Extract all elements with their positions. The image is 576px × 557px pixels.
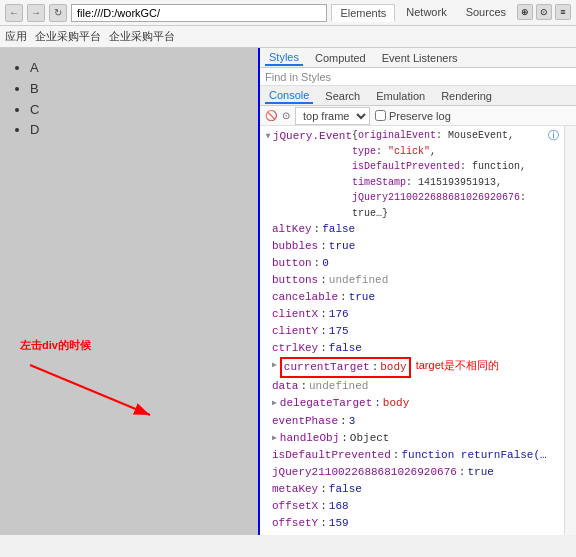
jquery-event-entry[interactable]: ▶ jQuery.Event {originalEvent: MouseEven… <box>260 128 564 221</box>
annotation-area: 左击div的时候 <box>20 338 180 435</box>
prop-isdefaultprevented: isDefaultPrevented:function returnFalse(… <box>260 447 564 464</box>
prop-handleobj: ▶ handleObj:Object <box>260 430 564 447</box>
scrollbar[interactable] <box>564 126 576 535</box>
prop-originalevent: originalEvent:MouseEvent <box>260 532 564 535</box>
list-item-c: C <box>30 100 248 121</box>
webpage-list: A B C D <box>10 58 248 141</box>
devtools-panel: Styles Computed Event Listeners Find in … <box>260 48 576 535</box>
currenttarget-triangle[interactable]: ▶ <box>272 359 277 371</box>
devtools-second-row: Styles Computed Event Listeners <box>260 48 576 68</box>
prop-eventphase: eventPhase:3 <box>260 413 564 430</box>
address-bar[interactable] <box>71 4 327 22</box>
prop-button: button:0 <box>260 255 564 272</box>
prop-ctrlkey: ctrlKey:false <box>260 340 564 357</box>
main-area: A B C D 左击div的时候 Styles Computed Event L… <box>0 48 576 535</box>
list-item-a: A <box>30 58 248 79</box>
tab-styles[interactable]: Styles <box>265 50 303 66</box>
console-toolbar: 🚫 ⊙ top frame Preserve log <box>260 106 576 126</box>
list-item-b: B <box>30 79 248 100</box>
event-type-label: jQuery.Event <box>273 128 352 145</box>
tab-search[interactable]: Search <box>321 89 364 103</box>
toolbar-icons: Elements Network Sources ⊕ ⊙ ≡ <box>331 4 571 22</box>
preserve-log-label: Preserve log <box>389 110 451 122</box>
console-content[interactable]: ▶ jQuery.Event {originalEvent: MouseEven… <box>260 126 564 535</box>
refresh-button[interactable]: ↻ <box>49 4 67 22</box>
prop-offsety: offsetY:159 <box>260 515 564 532</box>
info-icon: ⓘ <box>548 128 559 145</box>
forward-button[interactable]: → <box>27 4 45 22</box>
tab-computed[interactable]: Computed <box>311 51 370 65</box>
prop-cancelable: cancelable:true <box>260 289 564 306</box>
find-in-styles-label: Find in Styles <box>265 71 331 83</box>
target-annotation: target是不相同的 <box>416 357 499 374</box>
bookmark-enterprise-1[interactable]: 企业采购平台 <box>35 29 101 44</box>
annotation-text: 左击div的时候 <box>20 339 91 351</box>
tab-emulation[interactable]: Emulation <box>372 89 429 103</box>
tab-event-listeners[interactable]: Event Listeners <box>378 51 462 65</box>
prop-jquery: jQuery21100226886810269206​76:true <box>260 464 564 481</box>
prop-currenttarget[interactable]: ▶ currentTarget:body target是不相同的 <box>260 357 564 378</box>
annotation-arrow-svg <box>20 355 180 435</box>
find-bar: Find in Styles <box>260 68 576 86</box>
tab-console[interactable]: Console <box>265 88 313 104</box>
prop-data: data:undefined <box>260 378 564 395</box>
prop-buttons: buttons:undefined <box>260 272 564 289</box>
tab-rendering[interactable]: Rendering <box>437 89 496 103</box>
prop-metakey: metaKey:false <box>260 481 564 498</box>
tab-network[interactable]: Network <box>398 4 454 22</box>
webpage-panel: A B C D 左击div的时候 <box>0 48 260 535</box>
list-item-d: D <box>30 120 248 141</box>
tab-sources[interactable]: Sources <box>458 4 514 22</box>
prop-clienty: clientY:175 <box>260 323 564 340</box>
delegatetarget-triangle[interactable]: ▶ <box>272 397 277 409</box>
prop-clientx: clientX:176 <box>260 306 564 323</box>
prop-altkey: altKey:false <box>260 221 564 238</box>
prop-bubbles: bubbles:true <box>260 238 564 255</box>
back-button[interactable]: ← <box>5 4 23 22</box>
svg-line-1 <box>30 365 150 415</box>
expand-triangle[interactable]: ▶ <box>261 134 273 139</box>
devtools-content-wrapper: ▶ jQuery.Event {originalEvent: MouseEven… <box>260 126 576 535</box>
preserve-log-container: Preserve log <box>375 110 451 122</box>
browser-toolbar: ← → ↻ Elements Network Sources ⊕ ⊙ ≡ <box>0 0 576 26</box>
bookmarks-bar: 应用 企业采购平台 企业采购平台 <box>0 26 576 48</box>
more-icon[interactable]: ≡ <box>555 4 571 20</box>
bookmark-enterprise-2[interactable]: 企业采购平台 <box>109 29 175 44</box>
tab-elements[interactable]: Elements <box>331 4 395 22</box>
event-details: {originalEvent: MouseEvent, type: "click… <box>352 128 545 221</box>
prop-delegatetarget: ▶ delegateTarget:body <box>260 395 564 412</box>
menu-icon[interactable]: ⊕ <box>517 4 533 20</box>
settings-icon[interactable]: ⊙ <box>536 4 552 20</box>
filter-icon[interactable]: ⊙ <box>282 110 290 121</box>
bookmark-apps[interactable]: 应用 <box>5 29 27 44</box>
frame-selector[interactable]: top frame <box>295 107 370 125</box>
handleobj-triangle[interactable]: ▶ <box>272 432 277 444</box>
currenttarget-highlight: currentTarget:body <box>280 357 411 378</box>
clear-console-button[interactable]: 🚫 <box>265 110 277 121</box>
preserve-log-checkbox[interactable] <box>375 110 386 121</box>
prop-offsetx: offsetX:168 <box>260 498 564 515</box>
console-tabs: Console Search Emulation Rendering <box>260 86 576 106</box>
